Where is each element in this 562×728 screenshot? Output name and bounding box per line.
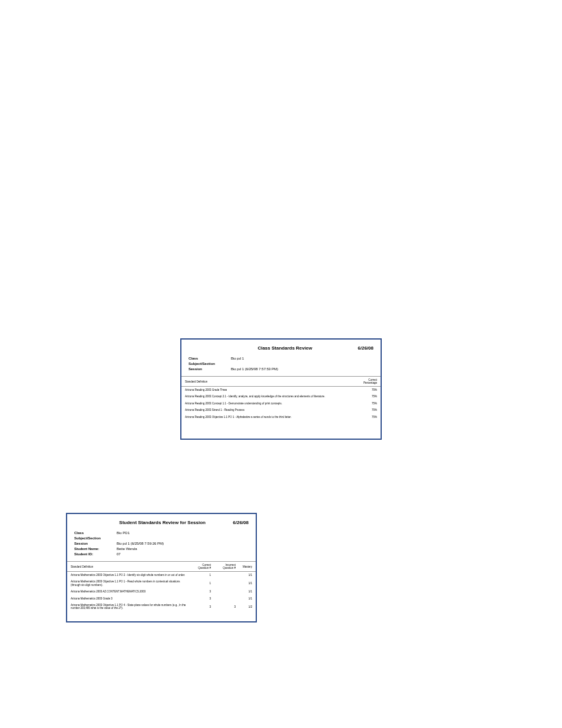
table-row: Arizona Reading 2003 Concept 2.1 - Ident… — [181, 393, 381, 400]
class-value: Bio pd 1 — [231, 357, 244, 360]
report-header: Student Standards Review for Session 6/2… — [67, 514, 256, 530]
student-id-value: 07 — [117, 552, 121, 556]
class-label: Class — [189, 357, 231, 360]
cell-mastery: 1/1 — [239, 572, 256, 579]
table-row: Arizona Mathematics 2003 Objective 1.1 P… — [67, 602, 256, 612]
cell-incorrect — [214, 588, 239, 595]
cell-correct: 3 — [190, 595, 214, 602]
col-incorrect: Incorrect Question # — [214, 562, 239, 572]
table-row: Arizona Mathematics 2003 Objective 1.1 P… — [67, 572, 256, 579]
cell-definition: Arizona Reading 2003 Grade Three — [181, 387, 351, 394]
cell-definition: Arizona Reading 2003 Objective 1.1 PO 1 … — [181, 414, 351, 420]
col-correct: Correct Question # — [190, 562, 214, 572]
report-title: Class Standards Review — [212, 345, 358, 351]
class-label: Class — [74, 531, 117, 535]
subject-label: Subject/Section — [74, 536, 117, 540]
subject-label: Subject/Section — [189, 362, 231, 365]
report-date: 6/26/08 — [233, 520, 249, 525]
table-row: Arizona Mathematics 2003 AZ.CONTENT.MATH… — [67, 588, 256, 595]
col-percentage: Correct Percentage — [351, 377, 381, 387]
cell-mastery: 1/1 — [239, 595, 256, 602]
session-value: Bio pd 1 (6/25/08 7:57:53 PM) — [231, 367, 278, 371]
cell-definition: Arizona Mathematics 2003 Grade 3 — [67, 595, 190, 602]
cell-definition: Arizona Reading 2003 Concept 2.1 - Ident… — [181, 393, 351, 400]
cell-correct: 1 — [190, 578, 214, 588]
standards-table: Standard Definition Correct Question # I… — [67, 561, 256, 612]
cell-mastery: 1/1 — [239, 588, 256, 595]
cell-incorrect: 3 — [214, 602, 239, 612]
cell-percentage: 75% — [351, 407, 381, 413]
col-definition: Standard Definition — [67, 562, 190, 572]
student-standards-review-report: Student Standards Review for Session 6/2… — [66, 513, 257, 622]
cell-incorrect — [214, 595, 239, 602]
cell-correct: 1 — [190, 572, 214, 579]
cell-mastery: 1/2 — [239, 602, 256, 612]
table-row: Arizona Reading 2003 Concept 1.1 - Demon… — [181, 400, 381, 407]
table-row: Arizona Mathematics 2003 Grade 331/1 — [67, 595, 256, 602]
cell-mastery: 1/1 — [239, 578, 256, 588]
cell-incorrect — [214, 578, 239, 588]
standards-table: Standard Definition Correct Percentage A… — [181, 376, 381, 420]
cell-percentage: 75% — [351, 387, 381, 394]
report-meta: Class Bio PD1 Subject/Section Session Bi… — [67, 530, 256, 561]
col-definition: Standard Definition — [181, 377, 351, 387]
cell-percentage: 75% — [351, 400, 381, 407]
table-row: Arizona Reading 2003 Objective 1.1 PO 1 … — [181, 414, 381, 420]
cell-definition: Arizona Reading 2003 Concept 1.1 - Demon… — [181, 400, 351, 407]
table-row: Arizona Mathematics 2003 Objective 1.1 P… — [67, 578, 256, 588]
class-value: Bio PD1 — [117, 531, 130, 535]
cell-correct: 3 — [190, 588, 214, 595]
session-label: Session — [74, 542, 117, 545]
report-title: Student Standards Review for Session — [92, 520, 233, 525]
table-row: Arizona Reading 2003 Grade Three75% — [181, 387, 381, 394]
student-name-value: Bette Wanda — [117, 547, 137, 551]
session-value: Bio pd 1 (6/25/08 7:59:26 PM) — [117, 542, 164, 545]
student-name-label: Student Name: — [74, 547, 117, 551]
cell-definition: Arizona Mathematics 2003 Objective 1.1 P… — [67, 572, 190, 579]
col-mastery: Mastery — [239, 562, 256, 572]
cell-definition: Arizona Mathematics 2003 AZ.CONTENT.MATH… — [67, 588, 190, 595]
table-row: Arizona Reading 2003 Strand 1 - Reading … — [181, 407, 381, 413]
report-meta: Class Bio pd 1 Subject/Section Session B… — [181, 355, 381, 376]
cell-percentage: 75% — [351, 393, 381, 400]
student-id-label: Student ID: — [74, 552, 117, 556]
cell-definition: Arizona Mathematics 2003 Objective 1.1 P… — [67, 578, 190, 588]
cell-correct: 3 — [190, 602, 214, 612]
cell-definition: Arizona Mathematics 2003 Objective 1.1 P… — [67, 602, 190, 612]
class-standards-review-report: Class Standards Review 6/26/08 Class Bio… — [180, 338, 382, 440]
cell-incorrect — [214, 572, 239, 579]
cell-percentage: 75% — [351, 414, 381, 420]
cell-definition: Arizona Reading 2003 Strand 1 - Reading … — [181, 407, 351, 413]
report-date: 6/26/08 — [358, 345, 373, 351]
session-label: Session — [189, 367, 231, 371]
report-header: Class Standards Review 6/26/08 — [181, 340, 381, 355]
